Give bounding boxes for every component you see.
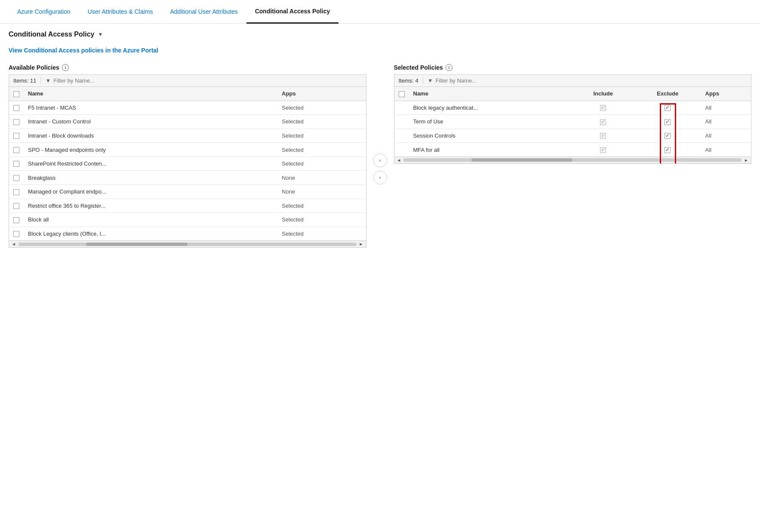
table-row: F5 Intranet - MCAS Selected <box>9 101 366 115</box>
selected-policies-label: Selected Policies i <box>394 64 752 71</box>
row-checkbox[interactable] <box>13 175 19 181</box>
row-checkbox[interactable] <box>13 203 19 209</box>
selected-select-all-checkbox[interactable] <box>399 91 405 97</box>
row-apps: Selected <box>277 213 366 227</box>
exclude-checkbox[interactable] <box>665 105 671 111</box>
row-name: SPO - Managed endpoints only <box>24 143 277 157</box>
row-checkbox[interactable] <box>13 161 19 167</box>
row-checkbox[interactable] <box>13 217 19 223</box>
row-apps: Selected <box>277 101 366 115</box>
top-nav: Azure Configuration User Attributes & Cl… <box>0 0 760 24</box>
exclude-checkbox[interactable] <box>665 147 671 153</box>
transfer-left-button[interactable]: ‹ <box>373 154 387 167</box>
include-checkbox[interactable]: ✓ <box>600 105 606 111</box>
nav-additional-attributes[interactable]: Additional User Attributes <box>161 0 246 23</box>
section-dropdown-arrow[interactable]: ▼ <box>98 31 103 37</box>
available-policies-table-wrapper: Items: 11 ▼ Name Apps <box>9 74 366 248</box>
row-include: ✓ <box>572 129 634 143</box>
available-name-header: Name <box>24 87 277 101</box>
available-filter-input[interactable] <box>53 77 361 84</box>
row-checkbox[interactable] <box>13 105 19 111</box>
page-content: Conditional Access Policy ▼ View Conditi… <box>0 24 760 255</box>
row-apps: Selected <box>277 199 366 213</box>
table-row: Managed or Compliant endpo... None <box>9 185 366 199</box>
row-name: Session Controls <box>409 129 572 143</box>
table-row: Block Legacy clients (Office, l... Selec… <box>9 227 366 240</box>
available-scroll-track[interactable] <box>18 243 357 246</box>
table-row: Block legacy authenticat... ✓ <box>394 101 751 115</box>
azure-portal-link[interactable]: View Conditional Access policies in the … <box>9 47 158 54</box>
row-include: ✓ <box>572 143 634 157</box>
row-apps: Selected <box>277 115 366 129</box>
section-title: Conditional Access Policy ▼ <box>9 31 751 38</box>
available-select-all-checkbox[interactable] <box>13 91 19 97</box>
row-apps: Selected <box>277 157 366 171</box>
table-row: Breakglass None <box>9 171 366 185</box>
row-checkbox[interactable] <box>13 189 19 195</box>
transfer-right-button[interactable]: › <box>373 171 387 185</box>
row-checkbox[interactable] <box>13 119 19 125</box>
exclude-checkbox[interactable] <box>665 133 671 139</box>
row-include: ✓ <box>572 101 634 115</box>
row-name: Restrict office 365 to Register... <box>24 199 277 213</box>
available-select-all-header <box>9 87 24 101</box>
exclude-checkbox[interactable] <box>665 119 671 125</box>
selected-policies-tbody: Block legacy authenticat... ✓ <box>394 101 751 157</box>
panels-container: Available Policies i Items: 11 ▼ <box>9 64 751 248</box>
row-exclude <box>634 143 701 157</box>
row-name: MFA for all <box>409 143 572 157</box>
available-filter-container: ▼ <box>45 77 361 84</box>
table-row: Intranet - Custom Control Selected <box>9 115 366 129</box>
available-policies-table: Name Apps F5 Intranet - MCAS Selected In <box>9 87 366 240</box>
selected-filter-icon: ▼ <box>428 77 433 84</box>
selected-name-header: Name <box>409 87 572 101</box>
row-apps: Selected <box>277 143 366 157</box>
selected-apps-header: Apps <box>701 87 751 101</box>
available-scroll-thumb <box>86 243 188 246</box>
available-policies-toolbar: Items: 11 ▼ <box>9 75 366 87</box>
selected-policies-info-icon: i <box>446 64 452 71</box>
row-apps: Selected <box>277 129 366 143</box>
row-name: F5 Intranet - MCAS <box>24 101 277 115</box>
table-row: Restrict office 365 to Register... Selec… <box>9 199 366 213</box>
row-checkbox[interactable] <box>13 147 19 153</box>
selected-filter-input[interactable] <box>436 77 747 84</box>
exclude-highlight <box>665 146 671 153</box>
selected-scroll-right[interactable]: ► <box>743 158 749 163</box>
selected-scrollbar[interactable]: ◄ ► <box>394 157 751 163</box>
table-row: SharePoint Restricted Conten... Selected <box>9 157 366 171</box>
selected-scroll-track[interactable] <box>403 158 742 162</box>
include-checkbox[interactable]: ✓ <box>600 147 606 153</box>
include-checkbox[interactable]: ✓ <box>600 133 606 139</box>
selected-policies-table: Name Include Exclude Apps Block legacy a… <box>394 87 751 157</box>
selected-items-count: Items: 4 <box>399 77 423 84</box>
row-name: SharePoint Restricted Conten... <box>24 157 277 171</box>
row-name: Term of Use <box>409 115 572 129</box>
row-apps: Selected <box>277 227 366 240</box>
table-row: MFA for all ✓ All <box>394 143 751 157</box>
exclude-highlight <box>665 105 671 111</box>
nav-conditional-access[interactable]: Conditional Access Policy <box>246 0 339 24</box>
selected-policies-toolbar: Items: 4 ▼ <box>394 75 751 87</box>
exclude-highlight <box>665 132 671 139</box>
selected-exclude-header: Exclude <box>634 87 701 101</box>
nav-user-attributes[interactable]: User Attributes & Claims <box>79 0 162 23</box>
available-scrollbar[interactable]: ◄ ► <box>9 240 366 247</box>
row-exclude <box>634 129 701 143</box>
selected-scroll-left[interactable]: ◄ <box>396 158 402 163</box>
row-checkbox[interactable] <box>13 231 19 237</box>
available-policies-tbody: F5 Intranet - MCAS Selected Intranet - C… <box>9 101 366 240</box>
transfer-buttons-container: ‹ › <box>366 154 394 185</box>
available-scroll-left[interactable]: ◄ <box>11 242 17 246</box>
row-name: Managed or Compliant endpo... <box>24 185 277 199</box>
selected-policies-table-wrapper: Items: 4 ▼ Name Include <box>394 74 752 164</box>
row-exclude <box>634 115 701 129</box>
include-checkbox[interactable]: ✓ <box>600 119 606 125</box>
row-name: Block all <box>24 213 277 227</box>
available-scroll-right[interactable]: ► <box>358 242 364 246</box>
available-policies-info-icon: i <box>62 64 69 71</box>
available-apps-header: Apps <box>277 87 366 101</box>
nav-azure-config[interactable]: Azure Configuration <box>9 0 79 23</box>
row-checkbox[interactable] <box>13 133 19 139</box>
row-name: Intranet - Block downloads <box>24 129 277 143</box>
